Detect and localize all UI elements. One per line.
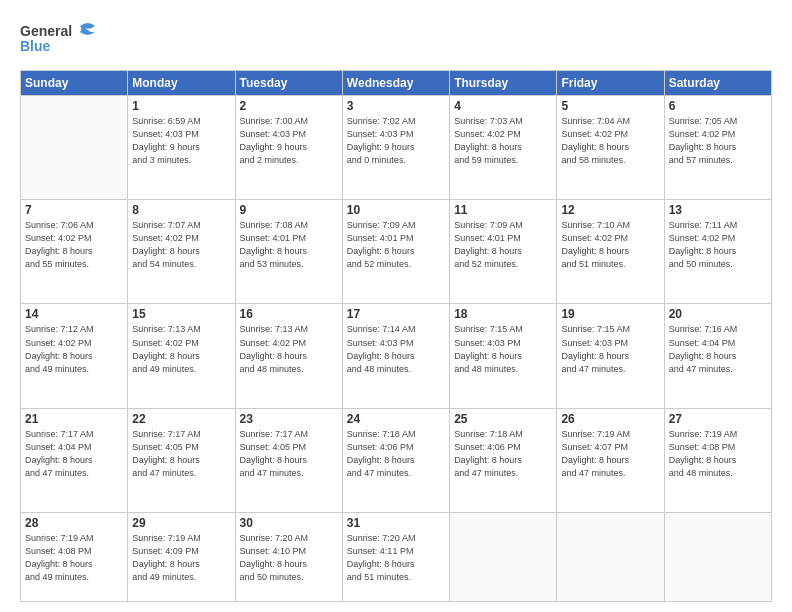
day-info: Sunrise: 7:09 AM Sunset: 4:01 PM Dayligh… <box>347 219 445 271</box>
day-number: 22 <box>132 412 230 426</box>
day-number: 1 <box>132 99 230 113</box>
day-info: Sunrise: 7:17 AM Sunset: 4:04 PM Dayligh… <box>25 428 123 480</box>
calendar-cell: 28Sunrise: 7:19 AM Sunset: 4:08 PM Dayli… <box>21 512 128 601</box>
day-number: 25 <box>454 412 552 426</box>
calendar-cell: 14Sunrise: 7:12 AM Sunset: 4:02 PM Dayli… <box>21 304 128 408</box>
calendar-cell: 29Sunrise: 7:19 AM Sunset: 4:09 PM Dayli… <box>128 512 235 601</box>
calendar-cell <box>21 96 128 200</box>
calendar-cell: 24Sunrise: 7:18 AM Sunset: 4:06 PM Dayli… <box>342 408 449 512</box>
day-info: Sunrise: 7:14 AM Sunset: 4:03 PM Dayligh… <box>347 323 445 375</box>
calendar-cell: 9Sunrise: 7:08 AM Sunset: 4:01 PM Daylig… <box>235 200 342 304</box>
day-number: 12 <box>561 203 659 217</box>
day-info: Sunrise: 7:13 AM Sunset: 4:02 PM Dayligh… <box>240 323 338 375</box>
day-number: 28 <box>25 516 123 530</box>
svg-text:General: General <box>20 23 72 39</box>
day-info: Sunrise: 7:12 AM Sunset: 4:02 PM Dayligh… <box>25 323 123 375</box>
calendar-cell: 20Sunrise: 7:16 AM Sunset: 4:04 PM Dayli… <box>664 304 771 408</box>
day-info: Sunrise: 7:09 AM Sunset: 4:01 PM Dayligh… <box>454 219 552 271</box>
day-number: 6 <box>669 99 767 113</box>
day-info: Sunrise: 7:17 AM Sunset: 4:05 PM Dayligh… <box>240 428 338 480</box>
week-row-2: 7Sunrise: 7:06 AM Sunset: 4:02 PM Daylig… <box>21 200 772 304</box>
calendar-cell: 6Sunrise: 7:05 AM Sunset: 4:02 PM Daylig… <box>664 96 771 200</box>
calendar-cell: 2Sunrise: 7:00 AM Sunset: 4:03 PM Daylig… <box>235 96 342 200</box>
calendar-cell: 15Sunrise: 7:13 AM Sunset: 4:02 PM Dayli… <box>128 304 235 408</box>
day-info: Sunrise: 7:00 AM Sunset: 4:03 PM Dayligh… <box>240 115 338 167</box>
day-number: 20 <box>669 307 767 321</box>
day-header-monday: Monday <box>128 71 235 96</box>
day-header-friday: Friday <box>557 71 664 96</box>
calendar-cell: 13Sunrise: 7:11 AM Sunset: 4:02 PM Dayli… <box>664 200 771 304</box>
day-info: Sunrise: 7:18 AM Sunset: 4:06 PM Dayligh… <box>347 428 445 480</box>
calendar-cell: 17Sunrise: 7:14 AM Sunset: 4:03 PM Dayli… <box>342 304 449 408</box>
day-header-wednesday: Wednesday <box>342 71 449 96</box>
svg-text:Blue: Blue <box>20 38 51 54</box>
day-number: 2 <box>240 99 338 113</box>
day-info: Sunrise: 7:04 AM Sunset: 4:02 PM Dayligh… <box>561 115 659 167</box>
day-info: Sunrise: 7:02 AM Sunset: 4:03 PM Dayligh… <box>347 115 445 167</box>
day-number: 14 <box>25 307 123 321</box>
day-number: 7 <box>25 203 123 217</box>
day-info: Sunrise: 7:07 AM Sunset: 4:02 PM Dayligh… <box>132 219 230 271</box>
day-info: Sunrise: 7:20 AM Sunset: 4:11 PM Dayligh… <box>347 532 445 584</box>
calendar-cell: 30Sunrise: 7:20 AM Sunset: 4:10 PM Dayli… <box>235 512 342 601</box>
week-row-3: 14Sunrise: 7:12 AM Sunset: 4:02 PM Dayli… <box>21 304 772 408</box>
day-info: Sunrise: 7:10 AM Sunset: 4:02 PM Dayligh… <box>561 219 659 271</box>
day-number: 11 <box>454 203 552 217</box>
day-number: 21 <box>25 412 123 426</box>
day-info: Sunrise: 7:19 AM Sunset: 4:08 PM Dayligh… <box>669 428 767 480</box>
calendar-cell: 4Sunrise: 7:03 AM Sunset: 4:02 PM Daylig… <box>450 96 557 200</box>
calendar-table: SundayMondayTuesdayWednesdayThursdayFrid… <box>20 70 772 602</box>
day-header-tuesday: Tuesday <box>235 71 342 96</box>
day-info: Sunrise: 7:17 AM Sunset: 4:05 PM Dayligh… <box>132 428 230 480</box>
day-info: Sunrise: 7:03 AM Sunset: 4:02 PM Dayligh… <box>454 115 552 167</box>
day-number: 3 <box>347 99 445 113</box>
day-number: 26 <box>561 412 659 426</box>
day-info: Sunrise: 7:06 AM Sunset: 4:02 PM Dayligh… <box>25 219 123 271</box>
day-info: Sunrise: 7:15 AM Sunset: 4:03 PM Dayligh… <box>561 323 659 375</box>
calendar-header-row: SundayMondayTuesdayWednesdayThursdayFrid… <box>21 71 772 96</box>
day-number: 29 <box>132 516 230 530</box>
logo: General Blue <box>20 18 100 62</box>
day-info: Sunrise: 6:59 AM Sunset: 4:03 PM Dayligh… <box>132 115 230 167</box>
calendar-cell: 12Sunrise: 7:10 AM Sunset: 4:02 PM Dayli… <box>557 200 664 304</box>
day-number: 9 <box>240 203 338 217</box>
week-row-1: 1Sunrise: 6:59 AM Sunset: 4:03 PM Daylig… <box>21 96 772 200</box>
week-row-4: 21Sunrise: 7:17 AM Sunset: 4:04 PM Dayli… <box>21 408 772 512</box>
day-info: Sunrise: 7:05 AM Sunset: 4:02 PM Dayligh… <box>669 115 767 167</box>
day-number: 24 <box>347 412 445 426</box>
header: General Blue <box>20 18 772 62</box>
day-info: Sunrise: 7:18 AM Sunset: 4:06 PM Dayligh… <box>454 428 552 480</box>
day-info: Sunrise: 7:19 AM Sunset: 4:07 PM Dayligh… <box>561 428 659 480</box>
logo-container: General Blue <box>20 18 100 62</box>
day-number: 5 <box>561 99 659 113</box>
day-number: 17 <box>347 307 445 321</box>
day-number: 23 <box>240 412 338 426</box>
calendar-cell: 26Sunrise: 7:19 AM Sunset: 4:07 PM Dayli… <box>557 408 664 512</box>
week-row-5: 28Sunrise: 7:19 AM Sunset: 4:08 PM Dayli… <box>21 512 772 601</box>
day-number: 13 <box>669 203 767 217</box>
day-info: Sunrise: 7:08 AM Sunset: 4:01 PM Dayligh… <box>240 219 338 271</box>
day-number: 27 <box>669 412 767 426</box>
calendar-cell: 18Sunrise: 7:15 AM Sunset: 4:03 PM Dayli… <box>450 304 557 408</box>
calendar-cell: 25Sunrise: 7:18 AM Sunset: 4:06 PM Dayli… <box>450 408 557 512</box>
day-info: Sunrise: 7:15 AM Sunset: 4:03 PM Dayligh… <box>454 323 552 375</box>
day-number: 15 <box>132 307 230 321</box>
day-header-saturday: Saturday <box>664 71 771 96</box>
day-info: Sunrise: 7:11 AM Sunset: 4:02 PM Dayligh… <box>669 219 767 271</box>
day-header-sunday: Sunday <box>21 71 128 96</box>
day-number: 16 <box>240 307 338 321</box>
day-header-thursday: Thursday <box>450 71 557 96</box>
calendar-cell: 3Sunrise: 7:02 AM Sunset: 4:03 PM Daylig… <box>342 96 449 200</box>
calendar-cell: 16Sunrise: 7:13 AM Sunset: 4:02 PM Dayli… <box>235 304 342 408</box>
day-number: 10 <box>347 203 445 217</box>
calendar-cell <box>557 512 664 601</box>
calendar-cell: 19Sunrise: 7:15 AM Sunset: 4:03 PM Dayli… <box>557 304 664 408</box>
calendar-cell: 23Sunrise: 7:17 AM Sunset: 4:05 PM Dayli… <box>235 408 342 512</box>
day-number: 30 <box>240 516 338 530</box>
day-number: 4 <box>454 99 552 113</box>
calendar-cell: 10Sunrise: 7:09 AM Sunset: 4:01 PM Dayli… <box>342 200 449 304</box>
calendar-cell: 5Sunrise: 7:04 AM Sunset: 4:02 PM Daylig… <box>557 96 664 200</box>
day-info: Sunrise: 7:16 AM Sunset: 4:04 PM Dayligh… <box>669 323 767 375</box>
logo-svg: General Blue <box>20 18 100 58</box>
page: General Blue SundayMondayTuesdayWednesda… <box>0 0 792 612</box>
